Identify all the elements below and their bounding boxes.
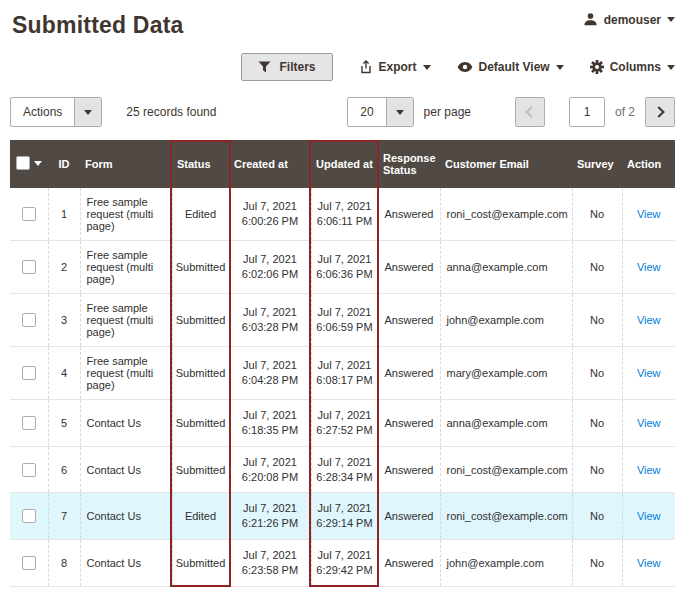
row-checkbox[interactable]: [22, 366, 36, 380]
view-link[interactable]: View: [637, 314, 661, 326]
date-line: Jul 7, 2021: [315, 305, 375, 320]
cell-updated-at: Jul 7, 2021 6:06:11 PM: [311, 188, 378, 241]
row-checkbox[interactable]: [22, 416, 36, 430]
cell-created-at: Jul 7, 2021 6:20:08 PM: [229, 446, 311, 493]
header-customer-email[interactable]: Customer Email: [440, 140, 572, 188]
row-checkbox[interactable]: [22, 260, 36, 274]
row-checkbox[interactable]: [22, 556, 36, 570]
row-checkbox[interactable]: [22, 509, 36, 523]
date-line: Jul 7, 2021: [315, 252, 375, 267]
columns-button[interactable]: Columns: [590, 60, 675, 74]
cell-updated-at: Jul 7, 2021 6:27:52 PM: [311, 400, 378, 447]
cell-response-status: Answered: [378, 400, 440, 447]
cell-survey: No: [572, 347, 622, 400]
time-line: 6:28:34 PM: [315, 470, 375, 485]
time-line: 6:04:28 PM: [233, 373, 308, 388]
row-checkbox[interactable]: [22, 313, 36, 327]
date-line: Jul 7, 2021: [233, 548, 308, 563]
default-view-button[interactable]: Default View: [457, 60, 564, 74]
time-line: 6:06:59 PM: [315, 320, 375, 335]
cell-form: Free sample request (multi page): [80, 188, 172, 241]
header-select-all[interactable]: [10, 140, 48, 188]
cell-form: Free sample request (multi page): [80, 241, 172, 294]
header-id[interactable]: ID: [48, 140, 80, 188]
view-link[interactable]: View: [637, 367, 661, 379]
header-updated-at[interactable]: Updated at: [311, 140, 378, 188]
user-menu[interactable]: demouser: [583, 12, 675, 27]
date-line: Jul 7, 2021: [315, 455, 375, 470]
export-button[interactable]: Export: [359, 60, 431, 74]
view-link[interactable]: View: [637, 464, 661, 476]
time-line: 6:21:26 PM: [233, 516, 308, 531]
header-action[interactable]: Action: [622, 140, 675, 188]
export-icon: [359, 60, 373, 74]
page-input[interactable]: [569, 97, 605, 127]
cell-status: Submitted: [172, 241, 229, 294]
header-form[interactable]: Form: [80, 140, 172, 188]
table-row: 5 Contact Us Submitted Jul 7, 2021 6:18:…: [10, 400, 675, 447]
total-pages: of 2: [615, 105, 635, 119]
view-link[interactable]: View: [637, 557, 661, 569]
cell-response-status: Answered: [378, 446, 440, 493]
select-all-checkbox[interactable]: [16, 156, 30, 170]
cell-updated-at: Jul 7, 2021 6:06:36 PM: [311, 241, 378, 294]
eye-icon: [457, 61, 473, 73]
per-page-value: 20: [348, 98, 385, 126]
caret-box: [74, 98, 101, 126]
table-row: 3 Free sample request (multi page) Submi…: [10, 294, 675, 347]
cell-response-status: Answered: [378, 188, 440, 241]
cell-response-status: Answered: [378, 241, 440, 294]
row-checkbox[interactable]: [22, 207, 36, 221]
cell-survey: No: [572, 241, 622, 294]
view-link[interactable]: View: [637, 208, 661, 220]
cell-form: Contact Us: [80, 400, 172, 447]
cell-customer-email: roni_cost@example.com: [440, 446, 572, 493]
cell-survey: No: [572, 540, 622, 587]
view-link[interactable]: View: [637, 261, 661, 273]
pagination: 20 per page of 2: [347, 97, 675, 127]
header-response-status[interactable]: Response Status: [378, 140, 440, 188]
per-page-dropdown[interactable]: 20: [347, 97, 413, 127]
records-found: 25 records found: [126, 105, 216, 119]
cell-id: 5: [48, 400, 80, 447]
time-line: 6:02:06 PM: [233, 267, 308, 282]
cell-updated-at: Jul 7, 2021 6:29:14 PM: [311, 493, 378, 540]
header-created-at[interactable]: Created at: [229, 140, 311, 188]
caret-down-icon: [556, 65, 564, 70]
time-line: 6:06:36 PM: [315, 267, 375, 282]
cell-id: 2: [48, 241, 80, 294]
next-page-button[interactable]: [645, 97, 675, 127]
header-survey[interactable]: Survey: [572, 140, 622, 188]
row-checkbox[interactable]: [22, 463, 36, 477]
cell-customer-email: john@example.com: [440, 294, 572, 347]
page-header: Submitted Data demouser: [10, 8, 675, 39]
cell-survey: No: [572, 188, 622, 241]
view-link[interactable]: View: [637, 417, 661, 429]
cell-updated-at: Jul 7, 2021 6:29:42 PM: [311, 540, 378, 587]
cell-status: Submitted: [172, 540, 229, 587]
caret-down-icon: [396, 110, 404, 115]
date-line: Jul 7, 2021: [233, 252, 308, 267]
cell-response-status: Answered: [378, 493, 440, 540]
select-all-caret-icon[interactable]: [34, 161, 42, 166]
filters-label: Filters: [279, 60, 315, 74]
time-line: 6:20:08 PM: [233, 470, 308, 485]
header-status[interactable]: Status: [172, 140, 229, 188]
page-title: Submitted Data: [12, 12, 183, 39]
filters-button[interactable]: Filters: [241, 53, 332, 81]
previous-page-button[interactable]: [515, 97, 545, 127]
actions-dropdown[interactable]: Actions: [10, 97, 102, 127]
view-link[interactable]: View: [637, 510, 661, 522]
cell-status: Submitted: [172, 446, 229, 493]
date-line: Jul 7, 2021: [233, 408, 308, 423]
cell-customer-email: anna@example.com: [440, 241, 572, 294]
cell-updated-at: Jul 7, 2021 6:28:34 PM: [311, 446, 378, 493]
time-line: 6:00:26 PM: [233, 214, 308, 229]
cell-created-at: Jul 7, 2021 6:23:58 PM: [229, 540, 311, 587]
time-line: 6:08:17 PM: [315, 373, 375, 388]
cell-id: 3: [48, 294, 80, 347]
cell-created-at: Jul 7, 2021 6:21:26 PM: [229, 493, 311, 540]
table-row: 8 Contact Us Submitted Jul 7, 2021 6:23:…: [10, 540, 675, 587]
cell-customer-email: anna@example.com: [440, 400, 572, 447]
cell-created-at: Jul 7, 2021 6:03:28 PM: [229, 294, 311, 347]
